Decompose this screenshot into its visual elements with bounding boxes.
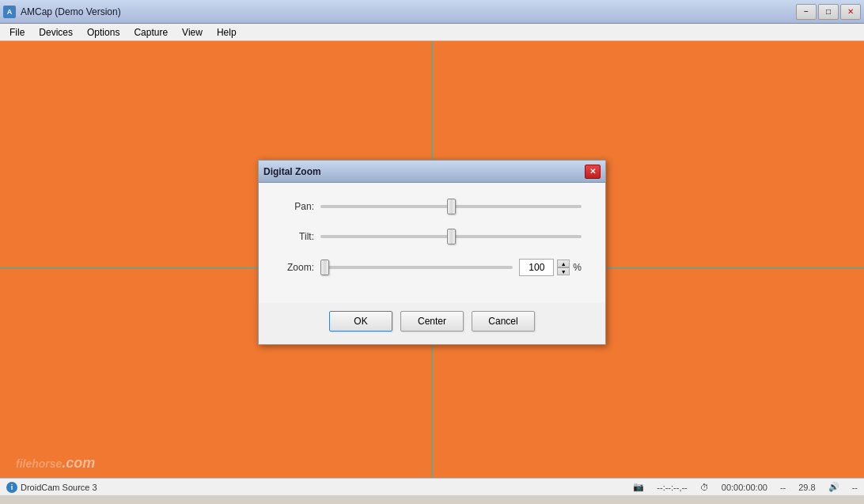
menu-help[interactable]: Help xyxy=(210,25,243,40)
status-clock-icon: ⏱ xyxy=(700,483,709,492)
dialog-title: Digital Zoom xyxy=(263,166,321,177)
restore-button[interactable]: □ xyxy=(818,4,839,20)
menu-options[interactable]: Options xyxy=(81,25,126,40)
pan-row: Pan: xyxy=(282,199,582,214)
zoom-value-container: ▲ ▼ % xyxy=(519,259,582,276)
watermark: filehorse.com xyxy=(16,455,95,472)
pan-slider-track xyxy=(320,199,582,214)
zoom-increment-button[interactable]: ▲ xyxy=(557,260,570,267)
status-bar: i DroidCam Source 3 📷 --:--:--,-- ⏱ 00:0… xyxy=(0,478,864,495)
zoom-row: Zoom: ▲ ▼ % xyxy=(282,259,582,276)
status-fps-sep: -- xyxy=(780,483,786,492)
tilt-label: Tilt: xyxy=(282,231,314,242)
main-content: filehorse.com Digital Zoom ✕ Pan: xyxy=(0,41,864,495)
status-info-icon: i xyxy=(6,482,17,493)
title-buttons: − □ ✕ xyxy=(796,4,861,20)
window-title: AMCap (Demo Version) xyxy=(21,6,121,17)
dialog-body: Pan: Tilt: Zoom: xyxy=(259,183,605,303)
menu-file[interactable]: File xyxy=(3,25,31,40)
menu-capture[interactable]: Capture xyxy=(127,25,174,40)
tilt-row: Tilt: xyxy=(282,229,582,244)
digital-zoom-dialog: Digital Zoom ✕ Pan: Tilt: xyxy=(258,160,606,345)
dialog-title-bar: Digital Zoom ✕ xyxy=(259,161,605,183)
menu-devices[interactable]: Devices xyxy=(32,25,79,40)
status-record-time: 00:00:00:00 xyxy=(722,483,767,492)
status-fps-value: 29.8 xyxy=(798,483,815,492)
menu-bar: File Devices Options Capture View Help xyxy=(0,24,864,41)
zoom-value-input[interactable] xyxy=(519,259,554,276)
close-button[interactable]: ✕ xyxy=(840,4,861,20)
zoom-decrement-button[interactable]: ▼ xyxy=(557,267,570,275)
zoom-slider[interactable] xyxy=(320,266,513,269)
pan-label: Pan: xyxy=(282,201,314,212)
zoom-label: Zoom: xyxy=(282,262,314,273)
status-time-icon: 📷 xyxy=(633,482,644,492)
title-bar: A AMCap (Demo Version) − □ ✕ xyxy=(0,0,864,24)
minimize-button[interactable]: − xyxy=(796,4,817,20)
dialog-buttons: OK Center Cancel xyxy=(259,303,605,344)
status-source-text: DroidCam Source 3 xyxy=(21,483,97,492)
cancel-button[interactable]: Cancel xyxy=(472,311,535,332)
ok-button[interactable]: OK xyxy=(329,311,392,332)
status-volume-value: -- xyxy=(852,483,858,492)
dialog-close-button[interactable]: ✕ xyxy=(585,165,601,179)
center-button[interactable]: Center xyxy=(400,311,464,332)
pan-slider[interactable] xyxy=(320,205,582,208)
menu-view[interactable]: View xyxy=(176,25,209,40)
tilt-slider-track xyxy=(320,229,582,244)
zoom-percent-label: % xyxy=(573,262,582,273)
status-volume-icon: 🔊 xyxy=(828,482,839,492)
tilt-slider[interactable] xyxy=(320,235,582,238)
status-right: 📷 --:--:--,-- ⏱ 00:00:00:00 -- 29.8 🔊 -- xyxy=(633,482,858,492)
status-time-display: --:--:--,-- xyxy=(657,483,687,492)
zoom-spinner: ▲ ▼ xyxy=(557,260,570,275)
status-left: i DroidCam Source 3 xyxy=(6,482,633,493)
app-icon: A xyxy=(3,6,16,18)
zoom-slider-track xyxy=(320,260,513,275)
title-bar-left: A AMCap (Demo Version) xyxy=(3,6,121,18)
